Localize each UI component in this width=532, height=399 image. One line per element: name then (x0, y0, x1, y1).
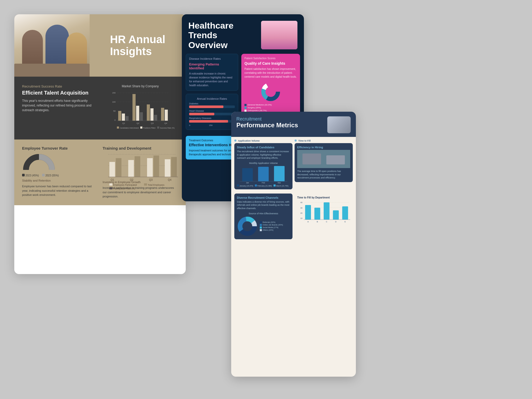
svg-rect-35 (128, 160, 134, 177)
time-fill-text: The average time to fill open positions … (297, 170, 350, 179)
hr-title-box: HR Annual Insights (90, 14, 186, 77)
svg-rect-33 (109, 162, 115, 177)
svg-rect-38 (154, 156, 159, 177)
svg-rect-78 (314, 208, 320, 220)
svg-rect-80 (333, 210, 339, 220)
heart-disease-bar: Heart Disease (189, 110, 235, 115)
donut-legend: 2023 (45%) 2023 (55%) (22, 174, 97, 177)
svg-rect-46 (109, 183, 112, 186)
svg-rect-34 (116, 158, 122, 177)
time-dept-title: Time to Fill by Department (297, 196, 350, 199)
svg-text:Candidates Interviewed: Candidates Interviewed (120, 127, 139, 129)
svg-rect-79 (324, 202, 329, 220)
training-bar-chart: Q1 Q2 Q3 Q4 Employees Participated Total… (103, 152, 178, 178)
recruitment-subtitle: Recruitment Success Rate (22, 84, 97, 88)
incidence-panel: Annual Incidence Rates Diabetes Heart Di… (186, 94, 238, 130)
recruitment-title: Efficient Talent Acquisition (22, 90, 97, 96)
time-dept-panel: Time to Fill by Department 40 30 20 10 (295, 194, 353, 241)
incidence-title: Annual Incidence Rates (189, 97, 235, 100)
svg-text:A: A (307, 221, 309, 223)
recruit-header: Recruitment Performance Metrics (231, 112, 356, 137)
retention-text: Employee turnover has been reduced compa… (22, 184, 97, 197)
emerging-label: Emerging Patterns Identified (189, 62, 235, 70)
disease-text: A noticeable increase in chronic disease… (189, 72, 235, 87)
dept-bar-chart: 40 30 20 10 (297, 201, 350, 227)
time-fill-metric-label: Time to Fill (295, 139, 353, 142)
svg-text:E: E (344, 221, 346, 223)
quality-label: Quality of Care Insights (244, 61, 297, 65)
recruit-title: Performance Metrics (236, 122, 298, 129)
diabetes-bar: Diabetes (189, 102, 235, 108)
turnover-title: Employee Turnover Rate (22, 146, 97, 150)
respiratory-bar: Respiratory Diseases (189, 117, 235, 123)
retention-subtitle: Stability and Retention (22, 179, 97, 182)
growth-text: Increased participation in training prog… (103, 186, 178, 199)
svg-rect-64 (326, 155, 345, 164)
svg-rect-28 (157, 127, 159, 129)
svg-text:Q4: Q4 (168, 178, 171, 181)
svg-text:Q3: Q3 (149, 178, 153, 181)
time-fill-panel: Efficiency in Hiring The average time to… (295, 143, 353, 191)
diabetes-label: Diabetes (189, 102, 235, 105)
svg-rect-17 (161, 108, 164, 121)
training-section: Training and Development (103, 146, 178, 199)
source-hire-panel: Diverse Recruitment Channels Data indica… (234, 194, 292, 241)
svg-text:150: 150 (112, 92, 116, 94)
training-title: Training and Development (103, 146, 178, 150)
app-volume-panel: Steady Influx of Candidates The recruitm… (234, 143, 292, 191)
svg-rect-14 (147, 104, 150, 121)
hr-card-top: HR Annual Insights (14, 14, 186, 77)
app-volume-metric-label: Application Volume (234, 139, 292, 142)
hr-main-title: HR Annual Insights (110, 34, 165, 57)
recruit-label: Recruitment (236, 116, 298, 122)
healthcare-panel-left: Disease Incidence Rates Emerging Pattern… (186, 54, 238, 130)
svg-rect-48 (144, 183, 147, 186)
legend-2023-1: 2023 (45%) (25, 174, 39, 177)
svg-text:100: 100 (112, 101, 116, 103)
respiratory-label: Respiratory Diseases (189, 117, 235, 119)
svg-rect-18 (165, 110, 168, 121)
svg-rect-10 (125, 116, 129, 121)
recruit-content: Steady Influx of Candidates The recruitm… (231, 143, 356, 247)
svg-text:Q4: Q4 (164, 122, 167, 124)
legend-2023-2: 2023 (55%) (45, 174, 59, 177)
svg-text:0: 0 (115, 119, 116, 121)
healthcare-title: Healthcare Trends Overview (188, 21, 257, 50)
patient-panel-title: Patient Satisfaction Scores (244, 57, 297, 60)
efficiency-title: Efficiency in Hiring (297, 146, 350, 149)
turnover-section: Employee Turnover Rate 2023 (45%) 2023 (… (22, 146, 97, 199)
recruitment-card: Recruitment Performance Metrics Applicat… (231, 112, 356, 377)
chart-title: Market Share by Company (103, 84, 178, 88)
svg-text:Jan: Jan (246, 182, 249, 184)
healthcare-title-area: Healthcare Trends Overview (188, 21, 257, 50)
svg-rect-40 (171, 157, 177, 177)
healthcare-photo (261, 21, 297, 49)
svg-rect-81 (342, 206, 348, 220)
patient-text: Patient satisfaction has shown improveme… (244, 67, 297, 79)
svg-text:10: 10 (300, 217, 302, 220)
svg-text:Mar: Mar (278, 182, 281, 184)
legend-ortho: Orthopedics (46.7%) (248, 109, 267, 112)
hr-hero-photo (14, 14, 90, 77)
svg-rect-12 (136, 106, 139, 121)
svg-text:Q3: Q3 (151, 122, 154, 124)
turnover-donut-chart (22, 153, 56, 171)
efficiency-photo (297, 150, 350, 168)
recruit-title-area: Recruitment Performance Metrics (236, 116, 298, 129)
svg-text:30: 30 (300, 207, 302, 209)
recruit-row-1: Steady Influx of Candidates The recruitm… (234, 143, 353, 191)
svg-text:Positions Filled: Positions Filled (143, 127, 155, 129)
svg-rect-24 (117, 127, 119, 129)
svg-rect-9 (122, 114, 125, 121)
svg-text:50: 50 (113, 110, 116, 112)
monthly-legend: January (19,470) February (21,986) March… (237, 184, 290, 187)
svg-rect-13 (140, 112, 143, 121)
svg-rect-37 (147, 158, 153, 177)
svg-text:40: 40 (300, 202, 302, 204)
svg-rect-8 (118, 111, 121, 121)
svg-rect-63 (302, 154, 321, 164)
svg-text:Success Rate (%): Success Rate (%) (160, 127, 175, 129)
disease-panel-title: Disease Incidence Rates (189, 57, 235, 60)
monthly-chart-title: Monthly Application Volume (237, 162, 290, 164)
svg-text:20: 20 (300, 212, 302, 214)
